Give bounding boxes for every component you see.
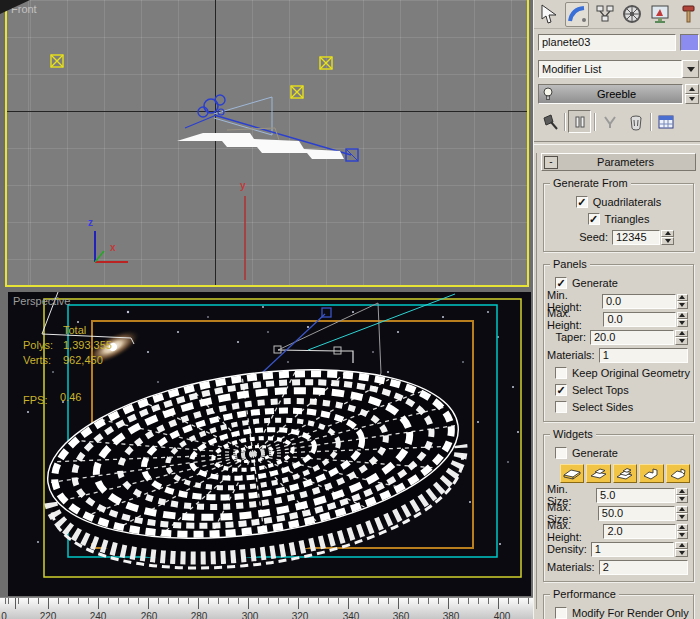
tab-hierarchy[interactable] [592, 2, 617, 27]
spinner-up-icon [665, 231, 671, 235]
modifier-name: Greeble [554, 88, 679, 100]
min-size-field[interactable]: 5.0 [596, 488, 675, 503]
light-bulb-icon[interactable] [542, 87, 554, 101]
spinner-up-button[interactable] [677, 524, 688, 532]
spinner-up-button[interactable] [661, 230, 674, 238]
tab-modify[interactable] [565, 2, 590, 27]
remove-modifier-button[interactable] [624, 110, 647, 133]
seed-field[interactable]: 12345 [612, 230, 660, 245]
viewport-area: Front y z x [0, 0, 533, 619]
stats-fps-value: 0.46 [60, 391, 81, 403]
spinner-up-button[interactable] [676, 506, 688, 514]
stats-polys-value: 1,393,355 [63, 339, 112, 351]
spinner-up-button[interactable] [675, 542, 688, 550]
taper-field[interactable]: 20.0 [590, 330, 674, 345]
widget-box-icon [562, 467, 582, 480]
max-size-spinner [676, 506, 688, 521]
viewport-label-perspective[interactable]: Perspective [13, 295, 70, 307]
modifier-list-dropdown-button[interactable] [682, 60, 699, 78]
min-height-field[interactable]: 0.0 [602, 294, 676, 309]
helper-dummy-icon[interactable] [51, 55, 63, 67]
spinner-up-button[interactable] [677, 312, 688, 320]
spinner-up-button[interactable] [675, 330, 688, 338]
tab-create[interactable] [537, 2, 562, 27]
spinner-down-button[interactable] [675, 337, 688, 345]
perspective-scene [8, 292, 531, 596]
widget-l-shape-button[interactable] [639, 464, 663, 483]
panels-generate-checkbox[interactable]: ✓ [555, 277, 567, 289]
quadrilaterals-label: Quadrilaterals [593, 196, 661, 208]
group-performance: Performance Modify For Render Only [543, 594, 694, 619]
modifier-list-dropdown[interactable]: Modifier List [538, 60, 682, 78]
select-tops-row: ✓ Select Tops [555, 383, 690, 397]
modifier-stack: Greeble [538, 84, 699, 104]
min-size-spinner [676, 488, 688, 503]
density-label: Density: [547, 543, 587, 555]
widget-rounded-button[interactable] [666, 464, 690, 483]
configure-modifier-sets-button[interactable] [654, 110, 677, 133]
viewport-perspective[interactable]: Perspective Total Polys: 1,393,355 Verts… [8, 292, 531, 596]
widget-box-button[interactable] [560, 464, 584, 483]
stats-verts-value: 962,450 [63, 354, 103, 366]
select-tops-checkbox[interactable]: ✓ [555, 384, 567, 396]
modifier-stack-entry-greeble[interactable]: Greeble [538, 84, 683, 104]
spinner-down-icon [665, 239, 671, 243]
max-height-label: Max. Height: [547, 307, 599, 331]
spinner-up-button[interactable] [677, 294, 688, 302]
spinner-down-button[interactable] [661, 237, 674, 245]
helper-dummy-icon[interactable] [320, 57, 332, 69]
spinner-up-button[interactable] [676, 488, 688, 496]
object-color-swatch[interactable] [680, 34, 699, 51]
panels-materials-field[interactable]: 1 [599, 348, 688, 363]
pushpin-icon [540, 112, 560, 132]
density-row: Density: 1 [547, 541, 688, 557]
spinner-down-button[interactable] [676, 513, 688, 521]
front-canvas[interactable]: Front y z x [7, 0, 527, 285]
command-panel: planete03 Modifier List Greeble [533, 0, 700, 619]
rollout-collapse-button[interactable]: - [544, 156, 558, 169]
select-sides-checkbox[interactable] [555, 401, 567, 413]
density-field[interactable]: 1 [591, 542, 674, 557]
tab-motion[interactable] [620, 2, 645, 27]
make-unique-icon [600, 112, 620, 132]
spinner-down-button[interactable] [677, 319, 688, 327]
widgets-max-height-field[interactable]: 2.0 [603, 524, 676, 539]
spinner-down-button[interactable] [676, 495, 688, 503]
widgets-max-height-spinner [677, 524, 688, 539]
rollout-title: Parameters [558, 156, 693, 168]
camera-target-icon[interactable] [346, 149, 358, 161]
show-end-result-button[interactable] [568, 110, 591, 133]
pin-stack-button[interactable] [538, 110, 561, 133]
track-bar[interactable]: 0 220 240 260 280 300 320 340 360 380 40… [0, 597, 533, 619]
panel-divider [534, 141, 700, 145]
tab-utilities[interactable] [675, 2, 700, 27]
keep-original-checkbox[interactable] [555, 367, 567, 379]
stack-spinner-up[interactable] [685, 84, 699, 94]
widgets-generate-checkbox[interactable] [555, 447, 567, 459]
helper-dummy-icon[interactable] [291, 86, 303, 98]
group-title: Generate From [550, 177, 631, 189]
widgets-materials-row: Materials: 2 [547, 559, 688, 575]
tab-display[interactable] [648, 2, 673, 27]
greebled-planet-disc[interactable] [37, 346, 473, 592]
widget-step3-button[interactable] [613, 464, 637, 483]
max-size-field[interactable]: 50.0 [598, 506, 675, 521]
viewport-front[interactable]: Front y z x [5, 0, 529, 287]
parameters-rollout-header[interactable]: - Parameters [541, 153, 696, 171]
widget-step2-button[interactable] [586, 464, 610, 483]
object-name-input[interactable]: planete03 [538, 34, 676, 51]
trackbar-label: 360 [393, 611, 410, 619]
spinner-down-button[interactable] [677, 301, 688, 309]
stack-spinner-down[interactable] [685, 94, 699, 104]
widgets-generate-row: Generate [555, 446, 690, 460]
max-height-spinner [677, 312, 688, 327]
gizmo-y-label: y [240, 180, 246, 191]
spinner-down-button[interactable] [675, 549, 688, 557]
make-unique-button[interactable] [598, 110, 621, 133]
max-height-field[interactable]: 0.0 [603, 312, 676, 327]
widgets-materials-field[interactable]: 2 [599, 560, 688, 575]
modify-for-render-checkbox[interactable] [555, 607, 567, 619]
spinner-down-button[interactable] [677, 531, 688, 539]
triangles-checkbox[interactable]: ✓ [588, 213, 600, 225]
quadrilaterals-checkbox[interactable]: ✓ [576, 196, 588, 208]
